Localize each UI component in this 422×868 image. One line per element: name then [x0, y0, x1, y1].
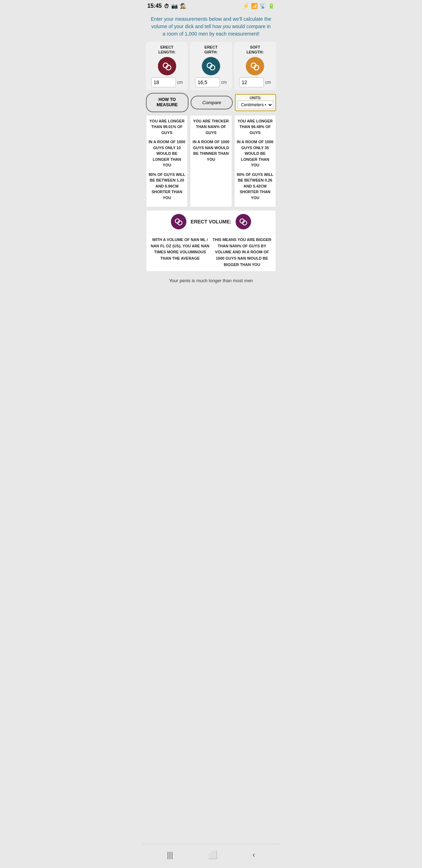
status-left: 15:45 ⏱ 📷 🕵 [147, 3, 187, 9]
erect-girth-result: YOU ARE THICKER THAN NAN% OF GUYS IN A R… [190, 115, 232, 208]
how-to-measure-button[interactable]: HOW TO MEASURE [146, 93, 188, 112]
volume-left-text: WITH A VOLUME OF NAN ML / NAN FL OZ (US)… [149, 237, 211, 268]
summary-text: Your penis is much longer than most men [146, 275, 276, 285]
volume-body: WITH A VOLUME OF NAN ML / NAN FL OZ (US)… [146, 233, 276, 271]
instagram-icon: 📷 [171, 3, 178, 9]
bottom-nav: ||| ⬜ ‹ [142, 844, 280, 868]
soft-length-icon [246, 57, 264, 75]
units-label: UNITS: [238, 96, 273, 100]
results-row: YOU ARE LONGER THAN 99.01% OF GUYS IN A … [146, 115, 276, 208]
soft-length-unit: cm [265, 80, 271, 85]
erect-length-range: 90% OF GUYS WILL BE BETWEEN 1.20 AND 6.9… [148, 172, 185, 201]
spy-icon: 🕵 [180, 3, 187, 9]
status-bar: 15:45 ⏱ 📷 🕵 ⚡ 📶 📡 🔋 [142, 0, 280, 11]
nav-recent-apps[interactable]: ||| [160, 848, 180, 862]
volume-card: ERECT VOLUME: WITH A VOLUME OF NAN ML / … [146, 210, 276, 272]
signal-icon: 📡 [260, 3, 266, 9]
main-content: Enter your measurements below and we'll … [142, 11, 280, 844]
clock-icon: ⏱ [164, 3, 169, 9]
measurements-row: ERECTLENGTH: cm ERECTGIRTH: [146, 42, 276, 90]
soft-length-input[interactable] [239, 77, 264, 87]
erect-length-room: IN A ROOM OF 1000 GUYS ONLY 10 WOULD BE … [148, 139, 185, 168]
erect-length-result: YOU ARE LONGER THAN 99.01% OF GUYS IN A … [146, 115, 188, 208]
buttons-row: HOW TO MEASURE Compare UNITS: Centimeter… [146, 93, 276, 112]
intro-text: Enter your measurements below and we'll … [146, 13, 276, 42]
erect-girth-percentile: YOU ARE THICKER THAN NAN% OF GUYS [192, 118, 229, 136]
soft-length-room: IN A ROOM OF 1000 GUYS ONLY 35 WOULD BE … [237, 139, 274, 168]
erect-length-input-row: cm [151, 77, 183, 87]
volume-icon-left [171, 214, 186, 229]
soft-length-result: YOU ARE LONGER THAN 96.48% OF GUYS IN A … [234, 115, 276, 208]
status-time: 15:45 [147, 3, 162, 9]
compare-button[interactable]: Compare [191, 96, 233, 109]
soft-length-label: SOFTLENGTH: [247, 45, 264, 55]
units-select[interactable]: Centimeters ▾ Inches [238, 101, 273, 109]
volume-right-text: THIS MEANS YOU ARE BIGGER THAN NAN% OF G… [211, 237, 273, 268]
erect-girth-room: IN A ROOM OF 1000 GUYS NAN WOULD BE THIN… [192, 139, 229, 162]
volume-icon-right [236, 214, 251, 229]
units-box: UNITS: Centimeters ▾ Inches [235, 94, 276, 111]
erect-length-card: ERECTLENGTH: cm [146, 42, 188, 90]
wifi-icon: 📶 [251, 3, 258, 9]
status-right: ⚡ 📶 📡 🔋 [243, 3, 275, 9]
erect-length-icon [158, 57, 176, 75]
erect-girth-input-row: cm [195, 77, 227, 87]
erect-girth-label: ERECTGIRTH: [204, 45, 218, 55]
soft-length-card: SOFTLENGTH: cm [234, 42, 276, 90]
battery-icon: 🔋 [268, 3, 275, 9]
volume-title: ERECT VOLUME: [191, 219, 231, 224]
soft-length-input-row: cm [239, 77, 271, 87]
soft-length-percentile: YOU ARE LONGER THAN 96.48% OF GUYS [237, 118, 274, 136]
erect-length-percentile: YOU ARE LONGER THAN 99.01% OF GUYS [148, 118, 185, 136]
erect-girth-card: ERECTGIRTH: cm [190, 42, 232, 90]
erect-girth-unit: cm [221, 80, 227, 85]
nav-back[interactable]: ‹ [245, 848, 262, 862]
erect-length-input[interactable] [151, 77, 176, 87]
soft-length-range: 90% OF GUYS WILL BE BETWEEN 0.26 AND 5.4… [237, 172, 274, 201]
erect-girth-input[interactable] [195, 77, 220, 87]
erect-length-unit: cm [177, 80, 183, 85]
erect-length-label: ERECTLENGTH: [158, 45, 175, 55]
erect-girth-icon [202, 57, 220, 75]
volume-header: ERECT VOLUME: [146, 210, 276, 233]
nav-home[interactable]: ⬜ [201, 848, 224, 862]
bluetooth-icon: ⚡ [243, 3, 249, 9]
